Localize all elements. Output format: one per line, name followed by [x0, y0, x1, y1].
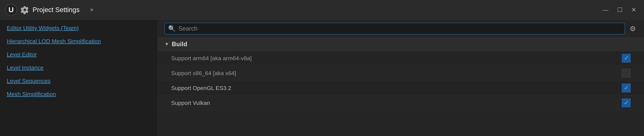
minimize-button[interactable]: —: [600, 6, 611, 13]
window-controls: — ☐ ✕: [600, 6, 639, 13]
setting-row-arm64: Support arm64 [aka arm64-v8a] ✓: [158, 51, 644, 66]
checkbox-opengl[interactable]: ✓: [622, 84, 630, 92]
sidebar-item-mesh-simplification[interactable]: Mesh Simplification: [0, 87, 158, 101]
checkmark-vulkan: ✓: [624, 99, 629, 106]
search-bar-row: 🔍 ⚙: [158, 20, 644, 37]
maximize-button[interactable]: ☐: [614, 6, 625, 13]
setting-row-opengl: Support OpenGL ES3.2 ✓: [158, 81, 644, 95]
checkbox-vulkan[interactable]: ✓: [622, 99, 630, 107]
sidebar-item-hierarchical-lod[interactable]: Hierarchical LOD Mesh Simplification: [0, 35, 158, 48]
settings-content: ▼ Build Support arm64 [aka arm64-v8a] ✓ …: [158, 37, 644, 136]
window-close-button[interactable]: ✕: [628, 6, 639, 13]
sidebar-item-level-instance[interactable]: Level Instance: [0, 61, 158, 74]
setting-row-vulkan: Support Vulkan ✓: [158, 95, 644, 110]
window-title: Project Settings: [32, 6, 80, 13]
setting-label-vulkan: Support Vulkan: [171, 100, 622, 106]
build-section-header[interactable]: ▼ Build: [158, 37, 644, 51]
svg-text:U: U: [8, 6, 14, 14]
ue-logo-icon: U: [5, 4, 17, 16]
sidebar-item-level-sequences[interactable]: Level Sequences: [0, 74, 158, 87]
sidebar-item-level-editor[interactable]: Level Editor: [0, 48, 158, 61]
search-input[interactable]: [178, 25, 621, 32]
search-icon: 🔍: [168, 25, 176, 32]
settings-gear-button[interactable]: ⚙: [628, 23, 637, 34]
content-area: 🔍 ⚙ ▼ Build Support arm64 [aka arm64-v8a…: [158, 20, 644, 136]
setting-label-arm64: Support arm64 [aka arm64-v8a]: [171, 55, 622, 62]
checkmark-arm64: ✓: [624, 55, 629, 62]
setting-label-opengl: Support OpenGL ES3.2: [171, 85, 622, 91]
section-title-build: Build: [172, 41, 187, 48]
checkbox-arm64[interactable]: ✓: [622, 54, 630, 63]
sidebar: Editor Utility Widgets (Team) Hierarchic…: [0, 20, 158, 136]
section-collapse-arrow: ▼: [164, 42, 169, 47]
main-layout: Editor Utility Widgets (Team) Hierarchic…: [0, 20, 644, 136]
checkbox-x86[interactable]: [622, 69, 630, 77]
tab-close-button[interactable]: ×: [88, 6, 96, 14]
gear-icon: [20, 5, 29, 14]
search-container: 🔍: [164, 23, 625, 34]
setting-label-x86: Support x86_64 [aka x64]: [171, 70, 622, 76]
sidebar-item-editor-utility-widgets[interactable]: Editor Utility Widgets (Team): [0, 21, 158, 35]
checkmark-opengl: ✓: [624, 84, 629, 91]
setting-row-x86: Support x86_64 [aka x64]: [158, 66, 644, 81]
title-bar: U Project Settings × — ☐ ✕: [0, 0, 644, 20]
title-bar-left: U Project Settings ×: [5, 4, 96, 16]
